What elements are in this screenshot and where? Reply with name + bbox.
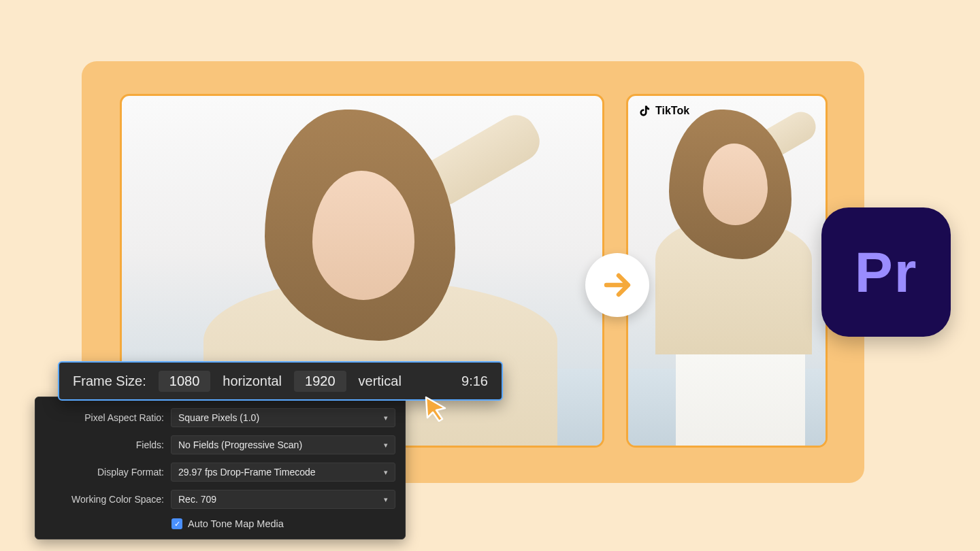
fields-row: Fields: No Fields (Progressive Scan) ▾ <box>35 431 405 458</box>
arrow-circle <box>585 253 649 317</box>
tiktok-icon <box>638 104 651 118</box>
aspect-ratio-readout: 9:16 <box>461 373 488 389</box>
chevron-down-icon: ▾ <box>384 441 388 450</box>
pixel-aspect-label: Pixel Aspect Ratio: <box>45 412 164 423</box>
color-space-select[interactable]: Rec. 709 ▾ <box>171 490 395 509</box>
horizontal-label: horizontal <box>223 373 282 389</box>
display-format-select[interactable]: 29.97 fps Drop-Frame Timecode ▾ <box>171 463 395 482</box>
pixel-aspect-value: Square Pixels (1.0) <box>178 412 259 423</box>
auto-tone-checkbox[interactable]: ✓ <box>172 518 182 529</box>
fields-select[interactable]: No Fields (Progressive Scan) ▾ <box>171 435 395 454</box>
premiere-pro-logo: Pr <box>821 207 951 337</box>
target-thumbnail: TikTok <box>626 94 828 448</box>
color-space-row: Working Color Space: Rec. 709 ▾ <box>35 486 405 513</box>
display-format-row: Display Format: 29.97 fps Drop-Frame Tim… <box>35 458 405 486</box>
chevron-down-icon: ▾ <box>384 468 388 477</box>
chevron-down-icon: ▾ <box>384 495 388 504</box>
arrow-right-icon <box>601 269 634 301</box>
auto-tone-row: ✓ Auto Tone Map Media <box>35 513 405 539</box>
pixel-aspect-select[interactable]: Square Pixels (1.0) ▾ <box>171 408 395 427</box>
sequence-settings-panel: Pixel Aspect Ratio: Square Pixels (1.0) … <box>35 397 406 539</box>
vertical-label: vertical <box>359 373 402 389</box>
display-format-value: 29.97 fps Drop-Frame Timecode <box>178 467 316 478</box>
display-format-label: Display Format: <box>45 467 164 478</box>
auto-tone-label: Auto Tone Map Media <box>188 518 284 529</box>
fields-label: Fields: <box>45 439 164 450</box>
cursor-pointer-icon <box>422 395 449 424</box>
frame-height-input[interactable]: 1920 <box>294 371 346 392</box>
color-space-label: Working Color Space: <box>45 494 164 505</box>
color-space-value: Rec. 709 <box>178 494 216 505</box>
fields-value: No Fields (Progressive Scan) <box>178 439 302 450</box>
chevron-down-icon: ▾ <box>384 414 388 422</box>
frame-width-input[interactable]: 1080 <box>159 371 211 392</box>
tiktok-badge: TikTok <box>638 104 689 118</box>
tiktok-label: TikTok <box>655 105 689 117</box>
premiere-pro-text: Pr <box>855 239 918 305</box>
pixel-aspect-row: Pixel Aspect Ratio: Square Pixels (1.0) … <box>35 404 405 431</box>
frame-size-label: Frame Size: <box>73 373 146 389</box>
